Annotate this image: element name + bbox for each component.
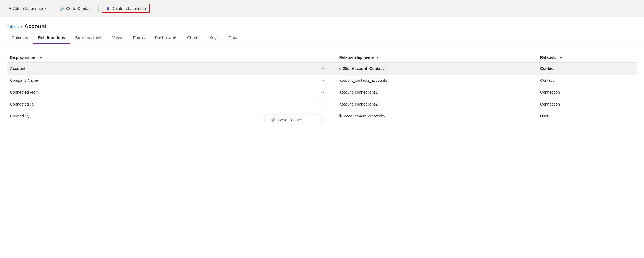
relationships-table: Display name ↑ ∨ Relationship name ∨ Rel… <box>7 52 637 122</box>
sort-desc-icon: ∨ <box>40 56 42 60</box>
tab-keys[interactable]: Keys <box>204 32 223 44</box>
breadcrumb-tables-link[interactable]: Tables <box>7 24 19 29</box>
trash-icon: 🗑 <box>106 6 110 11</box>
cell-relationship-name: account_contacts_accounts <box>336 75 537 86</box>
table-row[interactable]: Connected From···account_connections1Con… <box>7 86 637 98</box>
table-row[interactable]: Account···cr25d_Account_ContactContact <box>7 63 637 75</box>
delete-relationship-button[interactable]: 🗑 Delete relationship <box>102 4 149 13</box>
context-menu-go-to-contact[interactable]: 🔗 Go to Contact <box>266 115 321 122</box>
table-row[interactable]: Created By···lk_accountbase_createdbyUse… <box>7 110 637 122</box>
col-header-related[interactable]: Related... ∨ <box>537 52 637 63</box>
link-icon: 🔗 <box>60 6 64 11</box>
tab-business-rules[interactable]: Business rules <box>70 32 107 44</box>
cell-dots: ··· <box>308 86 336 98</box>
cell-relationship-name: account_connections1 <box>336 86 537 98</box>
cell-relationship-name: cr25d_Account_Contact <box>336 63 537 75</box>
sort-icons-relname: ∨ <box>376 56 378 60</box>
cell-relationship-name: account_connections2 <box>336 98 537 110</box>
plus-icon: + <box>9 6 11 11</box>
context-menu: 🔗 Go to Contact 🗑 Delete relationship <box>266 115 321 122</box>
sort-desc-related-icon: ∨ <box>560 56 562 60</box>
tab-views[interactable]: Views <box>107 32 128 44</box>
col-header-dots <box>308 52 336 63</box>
cell-related: User <box>537 110 637 122</box>
tabs-bar: Columns Relationships Business rules Vie… <box>0 32 644 44</box>
cell-related: Connection <box>537 86 637 98</box>
cell-display-name: Company Name <box>7 75 308 86</box>
sort-icons-display: ↑ ∨ <box>37 56 42 60</box>
table-row[interactable]: Company Name···account_contacts_accounts… <box>7 75 637 86</box>
cell-display-name: Created By <box>7 110 308 122</box>
sort-icons-related: ∨ <box>560 56 562 60</box>
cell-dots: ··· <box>308 75 336 86</box>
toolbar-divider-2 <box>98 5 99 12</box>
tab-forms[interactable]: Forms <box>128 32 150 44</box>
toolbar-divider-1 <box>53 5 53 12</box>
breadcrumb-separator: › <box>21 24 22 29</box>
context-go-to-contact-label: Go to Contact <box>278 118 302 122</box>
cell-relationship-name: lk_accountbase_createdby <box>336 110 537 122</box>
sort-desc-relname-icon: ∨ <box>376 56 378 60</box>
add-relationship-button[interactable]: + Add relationship ▾ <box>6 4 50 13</box>
cell-display-name: Connected From <box>7 86 308 98</box>
dots-button[interactable]: ··· <box>318 89 326 95</box>
breadcrumb-current: Account <box>24 23 46 30</box>
cell-related: Connection <box>537 98 637 110</box>
table-row[interactable]: Connected To···account_connections2Conne… <box>7 98 637 110</box>
cell-dots: ··· <box>308 98 336 110</box>
go-to-contact-label: Go to Contact <box>66 6 92 11</box>
add-chevron-icon: ▾ <box>45 7 46 10</box>
tab-dashboards[interactable]: Dashboards <box>150 32 182 44</box>
dots-button[interactable]: ··· <box>318 65 326 71</box>
add-relationship-label: Add relationship <box>13 6 43 11</box>
breadcrumb: Tables › Account <box>0 17 644 32</box>
col-header-display-name[interactable]: Display name ↑ ∨ <box>7 52 308 63</box>
toolbar: + Add relationship ▾ 🔗 Go to Contact 🗑 D… <box>0 0 644 17</box>
cell-display-name: Account <box>7 63 308 75</box>
tab-data[interactable]: Data <box>224 32 242 44</box>
cell-display-name: Connected To <box>7 98 308 110</box>
cell-dots: ··· <box>308 63 336 75</box>
col-header-relationship-name[interactable]: Relationship name ∨ <box>336 52 537 63</box>
delete-relationship-label: Delete relationship <box>111 6 146 11</box>
tab-columns[interactable]: Columns <box>7 32 33 44</box>
dots-button[interactable]: ··· <box>318 101 326 107</box>
context-link-icon: 🔗 <box>270 118 275 122</box>
tab-charts[interactable]: Charts <box>182 32 204 44</box>
cell-related: Contact <box>537 63 637 75</box>
dots-button[interactable]: ··· <box>318 77 326 83</box>
sort-asc-icon: ↑ <box>37 56 39 59</box>
go-to-contact-button[interactable]: 🔗 Go to Contact <box>56 4 95 12</box>
tab-relationships[interactable]: Relationships <box>33 32 70 44</box>
content-area: Display name ↑ ∨ Relationship name ∨ Rel… <box>0 44 644 122</box>
cell-related: Contact <box>537 75 637 86</box>
